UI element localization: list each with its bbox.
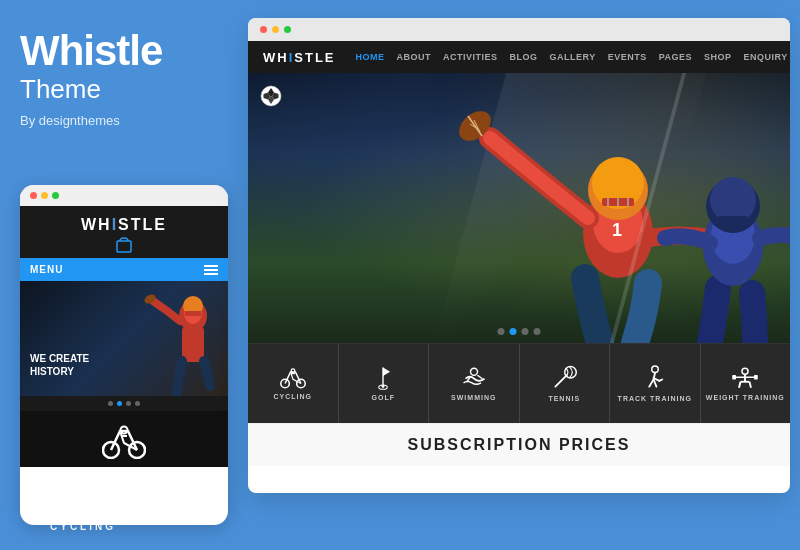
track-training-sport-icon <box>642 365 668 391</box>
svg-point-51 <box>742 368 748 374</box>
sport-weight-training[interactable]: WEIGHT TRAINING <box>701 344 791 423</box>
desktop-hero: 1 <box>248 73 790 343</box>
desktop-player-svg: 1 <box>370 78 790 343</box>
mobile-window-controls <box>20 185 228 206</box>
sport-cycling[interactable]: CYCLING <box>248 344 339 423</box>
carousel-dot-4 <box>534 328 541 335</box>
desktop-nav-bar: WHISTLE HOME ABOUT ACTIVITIES BLOG GALLE… <box>248 41 790 73</box>
sport-swimming[interactable]: SWIMMING <box>429 344 520 423</box>
nav-gallery[interactable]: GALLERY <box>550 52 596 62</box>
svg-rect-40 <box>718 216 748 223</box>
mobile-hero-line2: HISTORY <box>30 365 89 378</box>
svg-rect-0 <box>117 241 131 252</box>
tennis-label: TENNIS <box>548 395 580 402</box>
carousel-dot-3 <box>126 401 131 406</box>
carousel-dot-2 <box>117 401 122 406</box>
desktop-soccer-icon <box>260 85 282 107</box>
hamburger-icon[interactable] <box>204 265 218 275</box>
mobile-hero-line1: WE CREATE <box>30 352 89 365</box>
cycling-bottom-text: CYCLING <box>50 521 116 532</box>
mobile-cycling-section <box>20 411 228 467</box>
cycling-label: CYCLING <box>274 393 313 400</box>
nav-shop[interactable]: SHOP <box>704 52 732 62</box>
desktop-mockup: WHISTLE HOME ABOUT ACTIVITIES BLOG GALLE… <box>248 18 790 493</box>
svg-rect-58 <box>754 375 758 380</box>
carousel-dot-4 <box>135 401 140 406</box>
brand-subtitle: Theme <box>20 74 225 105</box>
carousel-dot-1 <box>498 328 505 335</box>
brand-author: By designthemes <box>20 113 225 128</box>
minimize-dot <box>41 192 48 199</box>
cycling-sport-icon <box>279 367 307 389</box>
desktop-nav-links: HOME ABOUT ACTIVITIES BLOG GALLERY EVENT… <box>356 52 788 62</box>
svg-rect-9 <box>185 311 201 316</box>
svg-line-48 <box>556 375 568 387</box>
sports-activities-row: CYCLING GOLF SWIMMING <box>248 343 790 423</box>
desktop-close-dot <box>260 26 267 33</box>
hamburger-line-1 <box>204 265 218 267</box>
nav-events[interactable]: EVENTS <box>608 52 647 62</box>
nav-home[interactable]: HOME <box>356 52 385 62</box>
desktop-minimize-dot <box>272 26 279 33</box>
nav-about[interactable]: ABOUT <box>397 52 432 62</box>
cycling-icon <box>102 423 146 459</box>
svg-rect-57 <box>733 375 737 380</box>
maximize-dot <box>52 192 59 199</box>
svg-text:1: 1 <box>612 220 622 240</box>
nav-pages[interactable]: PAGES <box>659 52 692 62</box>
carousel-dot-2 <box>510 328 517 335</box>
desktop-carousel-dots <box>498 328 541 335</box>
swimming-label: SWIMMING <box>451 394 496 401</box>
sport-golf[interactable]: GOLF <box>339 344 430 423</box>
mobile-player-svg <box>138 291 228 396</box>
svg-point-50 <box>652 366 659 373</box>
svg-point-43 <box>291 369 295 373</box>
weight-training-sport-icon <box>730 366 760 390</box>
desktop-maximize-dot <box>284 26 291 33</box>
track-training-label: TRACK TRAINING <box>618 395 692 402</box>
mobile-cart-icon <box>115 237 133 253</box>
mobile-carousel-dots <box>20 396 228 411</box>
mobile-logo: WHISTLE <box>20 216 228 234</box>
nav-activities[interactable]: ACTIVITIES <box>443 52 498 62</box>
desktop-window-controls <box>248 18 790 41</box>
mobile-hero-text: WE CREATE HISTORY <box>30 352 89 378</box>
mobile-header: WHISTLE <box>20 206 228 258</box>
tennis-sport-icon <box>551 365 577 391</box>
svg-line-55 <box>750 382 752 388</box>
sport-tennis[interactable]: TENNIS <box>520 344 611 423</box>
close-dot <box>30 192 37 199</box>
nav-enquiry[interactable]: ENQUIRY <box>744 52 788 62</box>
svg-point-46 <box>382 385 385 388</box>
swimming-sport-icon <box>460 366 488 390</box>
nav-blog[interactable]: BLOG <box>510 52 538 62</box>
carousel-dot-3 <box>522 328 529 335</box>
mobile-menu-label: MENU <box>30 264 63 275</box>
svg-point-47 <box>470 368 477 375</box>
hamburger-line-2 <box>204 269 218 271</box>
hamburger-line-3 <box>204 273 218 275</box>
subscription-section: SUBSCRIPTION PRICES <box>248 423 790 466</box>
desktop-logo: WHISTLE <box>263 50 336 65</box>
sport-track-training[interactable]: TRACK TRAINING <box>610 344 701 423</box>
svg-point-42 <box>296 379 305 388</box>
golf-sport-icon <box>372 366 394 390</box>
weight-training-label: WEIGHT TRAINING <box>706 394 785 401</box>
svg-point-41 <box>281 379 290 388</box>
svg-line-54 <box>739 382 741 388</box>
brand-title: Whistle <box>20 30 225 72</box>
golf-label: GOLF <box>372 394 395 401</box>
svg-rect-11 <box>182 327 204 362</box>
mobile-nav-bar[interactable]: MENU <box>20 258 228 281</box>
subscription-title: SUBSCRIPTION PRICES <box>260 436 778 454</box>
mobile-mockup: WHISTLE MENU <box>20 185 228 525</box>
mobile-hero-image: WE CREATE HISTORY <box>20 281 228 396</box>
carousel-dot-1 <box>108 401 113 406</box>
left-panel: Whistle Theme By designthemes WHISTLE <box>0 0 245 550</box>
